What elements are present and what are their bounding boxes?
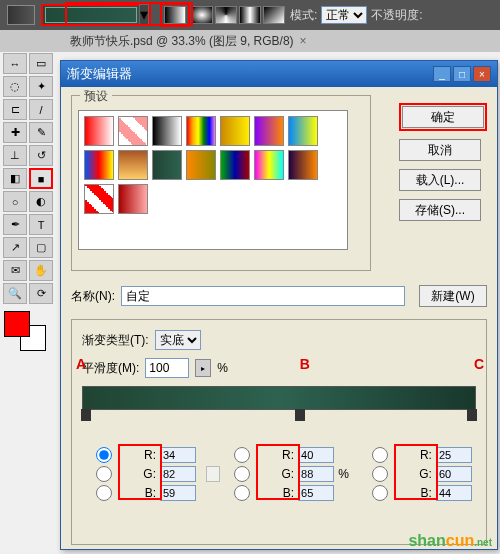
preset-swatch[interactable] (84, 116, 114, 146)
color-stop-c[interactable] (467, 409, 477, 421)
smoothness-label: 平滑度(M): (82, 360, 139, 377)
pct-box-1 (206, 466, 220, 482)
smoothness-input[interactable] (145, 358, 189, 378)
color-stop-a[interactable] (81, 409, 91, 421)
brush-tool[interactable]: ✎ (29, 122, 53, 143)
blend-mode-select[interactable]: 正常 (321, 6, 367, 24)
hand-tool[interactable]: ✋ (29, 260, 53, 281)
input-r-c[interactable] (436, 447, 472, 463)
preset-swatch[interactable] (118, 150, 148, 180)
preset-swatch[interactable] (152, 150, 182, 180)
radio-r-c[interactable] (362, 447, 398, 463)
preset-swatch[interactable] (220, 116, 250, 146)
crop-tool[interactable]: ⊏ (3, 99, 27, 120)
save-button[interactable]: 存储(S)... (399, 199, 481, 221)
diamond-gradient-button[interactable] (263, 6, 285, 24)
notes-tool[interactable]: ✉ (3, 260, 27, 281)
smoothness-stepper[interactable]: ▸ (195, 359, 211, 377)
new-button[interactable]: 新建(W) (419, 285, 487, 307)
eraser-tool[interactable]: ◧ (3, 168, 27, 189)
preset-swatch[interactable] (254, 116, 284, 146)
gradient-bar[interactable] (82, 386, 476, 410)
angle-gradient-button[interactable] (215, 6, 237, 24)
path-tool[interactable]: ↗ (3, 237, 27, 258)
preset-swatch[interactable] (288, 150, 318, 180)
input-b-c[interactable] (436, 485, 472, 501)
lasso-tool[interactable]: ◌ (3, 76, 27, 97)
foreground-color[interactable] (4, 311, 30, 337)
type-select[interactable]: 实底 (155, 330, 201, 350)
presets-label: 预设 (80, 88, 112, 105)
pct-label-2: % (338, 467, 349, 481)
wand-tool[interactable]: ✦ (29, 76, 53, 97)
dialog-titlebar[interactable]: 渐变编辑器 _ □ × (61, 61, 497, 87)
name-row: 名称(N): 新建(W) (71, 285, 487, 307)
gradient-type-group (160, 3, 190, 27)
gradient-tool[interactable]: ■ (29, 168, 53, 189)
shape-tool[interactable]: ▢ (29, 237, 53, 258)
ok-button[interactable]: 确定 (402, 106, 484, 128)
preset-swatch[interactable] (220, 150, 250, 180)
preset-swatch[interactable] (186, 150, 216, 180)
minimize-button[interactable]: _ (433, 66, 451, 82)
preset-swatch[interactable] (118, 116, 148, 146)
stop-label-b: B (300, 356, 310, 372)
input-r-b[interactable] (298, 447, 334, 463)
input-b-a[interactable] (160, 485, 196, 501)
stop-label-a: A (76, 356, 86, 372)
blend-mode-label: 模式: (290, 7, 317, 24)
maximize-button[interactable]: □ (453, 66, 471, 82)
input-r-a[interactable] (160, 447, 196, 463)
rotate-view-tool[interactable]: ⟳ (29, 283, 53, 304)
input-g-c[interactable] (436, 466, 472, 482)
dodge-tool[interactable]: ◐ (29, 191, 53, 212)
radio-g-c[interactable] (362, 466, 398, 482)
pen-tool[interactable]: ✒ (3, 214, 27, 235)
linear-gradient-button[interactable] (164, 6, 186, 24)
reflected-gradient-button[interactable] (239, 6, 261, 24)
radio-r-a[interactable] (86, 447, 122, 463)
preset-swatch[interactable] (118, 184, 148, 214)
preset-swatch[interactable] (152, 116, 182, 146)
move-tool[interactable]: ↔ (3, 53, 27, 74)
tool-preset-swatch[interactable] (7, 5, 35, 25)
gradient-preview-dropdown[interactable]: ▾ (41, 4, 151, 26)
history-brush-tool[interactable]: ↺ (29, 145, 53, 166)
radio-b-c[interactable] (362, 485, 398, 501)
zoom-tool[interactable]: 🔍 (3, 283, 27, 304)
radio-r-b[interactable] (224, 447, 260, 463)
load-button[interactable]: 载入(L)... (399, 169, 481, 191)
close-button[interactable]: × (473, 66, 491, 82)
radio-g-a[interactable] (86, 466, 122, 482)
radio-g-b[interactable] (224, 466, 260, 482)
preset-swatch[interactable] (84, 184, 114, 214)
preset-swatch[interactable] (84, 150, 114, 180)
stamp-tool[interactable]: ⊥ (3, 145, 27, 166)
highlight-ok: 确定 (399, 103, 487, 131)
preset-swatch[interactable] (254, 150, 284, 180)
radial-gradient-button[interactable] (191, 6, 213, 24)
watermark: shancun.net (408, 532, 492, 550)
color-swatches[interactable] (2, 309, 52, 353)
radio-b-b[interactable] (224, 485, 260, 501)
document-tab[interactable]: 教师节快乐.psd @ 33.3% (图层 9, RGB/8) × (0, 30, 500, 52)
eyedropper-tool[interactable]: / (29, 99, 53, 120)
cancel-button[interactable]: 取消 (399, 139, 481, 161)
blur-tool[interactable]: ○ (3, 191, 27, 212)
gradient-editor-dialog: 渐变编辑器 _ □ × 预设 确定 取消 载入(L)... 存储(S)... 名… (60, 60, 498, 550)
rgb-col-c: R: G: B: (358, 444, 476, 504)
marquee-tool[interactable]: ▭ (29, 53, 53, 74)
input-g-b[interactable] (298, 466, 334, 482)
heal-tool[interactable]: ✚ (3, 122, 27, 143)
preset-swatch[interactable] (288, 116, 318, 146)
rgb-values-row: R: G: B: R: G: B: % R: G: B: (82, 444, 476, 504)
input-g-a[interactable] (160, 466, 196, 482)
input-b-b[interactable] (298, 485, 334, 501)
radio-b-a[interactable] (86, 485, 122, 501)
name-input[interactable] (121, 286, 405, 306)
preset-swatch[interactable] (186, 116, 216, 146)
color-stop-b[interactable] (295, 409, 305, 421)
preset-grid[interactable] (78, 110, 348, 250)
close-tab-icon[interactable]: × (300, 34, 307, 48)
type-tool[interactable]: T (29, 214, 53, 235)
